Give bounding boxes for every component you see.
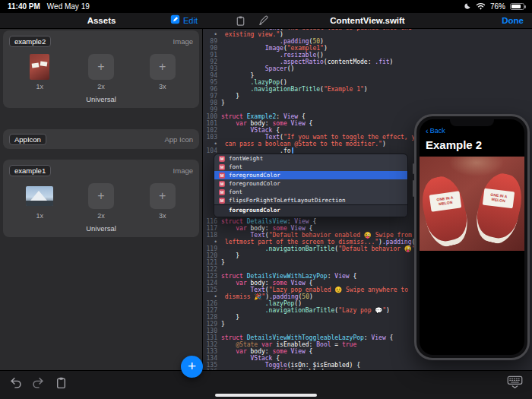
clipboard-icon[interactable] xyxy=(235,15,246,30)
assets-pane: example2Image1x+2x+3xUniversalAppIconApp… xyxy=(0,29,203,370)
line-number: 119 xyxy=(203,245,221,252)
plus-icon: + xyxy=(188,359,196,373)
empty-slot-add[interactable]: + xyxy=(150,54,176,80)
code-line[interactable]: 91 .resizable() xyxy=(203,52,532,59)
autocomplete-item[interactable]: MforegroundColor xyxy=(214,179,407,188)
edit-button[interactable]: Edit xyxy=(170,13,198,28)
asset-name-field[interactable]: AppIcon xyxy=(9,134,46,145)
code-text: VStack { xyxy=(221,355,280,362)
method-icon: M xyxy=(219,164,225,170)
empty-slot-add[interactable]: + xyxy=(88,183,114,209)
empty-slot-add[interactable]: + xyxy=(88,54,114,80)
autocomplete-item[interactable]: MflipsForRightToLeftLayoutDirection xyxy=(214,196,407,204)
autocomplete-item[interactable]: Mfont xyxy=(214,163,407,171)
line-number: 89 xyxy=(203,38,221,45)
asset-slot: +2x xyxy=(71,182,132,220)
status-bar: 11:40 PM Wed May 19 76% xyxy=(0,0,532,13)
sneaker-right xyxy=(471,169,524,247)
asset-card-example1[interactable]: example1Image1x+2x+3xUniversal xyxy=(3,160,199,237)
autocomplete-label: font xyxy=(229,188,242,195)
autocomplete-label: foregroundColor xyxy=(229,180,280,187)
code-text: struct DetailsViewWithLazyPop: View { xyxy=(221,273,356,280)
asset-kind-label: Image xyxy=(173,37,193,46)
live-preview-phone[interactable]: ‹ Back Example 2 ONE IN A MELON ONE IN A… xyxy=(414,114,530,360)
text-cursor xyxy=(292,147,293,154)
paste-icon[interactable] xyxy=(55,376,68,392)
idiom-label: Universal xyxy=(9,95,193,103)
wrap-marker: • xyxy=(203,239,221,245)
code-text: var body: some View { xyxy=(221,280,312,287)
status-date: Wed May 19 xyxy=(47,2,90,11)
add-asset-button[interactable]: + xyxy=(181,356,203,378)
autocomplete-item[interactable]: MforegroundColor xyxy=(214,171,407,179)
asset-name-field[interactable]: example1 xyxy=(9,165,51,176)
line-number: 95 xyxy=(203,79,221,86)
line-number: 126 xyxy=(203,300,221,307)
undo-button[interactable] xyxy=(9,376,22,392)
shoe-tag: ONE IN A MELON xyxy=(483,188,515,209)
code-text: @State var isEnabled: Bool = true xyxy=(221,341,356,348)
line-number: 101 xyxy=(203,120,221,127)
code-line[interactable]: 90 Image("example1") xyxy=(203,45,532,52)
code-line[interactable]: 135 Toggle(isOn: $isEnabled) { xyxy=(203,362,532,369)
asset-kind-label: Image xyxy=(173,166,193,175)
code-text: Toggle(isOn: $isEnabled) { xyxy=(221,362,360,369)
code-line[interactable]: 98} xyxy=(203,100,532,106)
code-text: var body: some View { xyxy=(221,120,312,127)
edit-icon xyxy=(170,14,180,27)
phone-side-button xyxy=(413,180,414,197)
empty-slot-add[interactable]: + xyxy=(150,183,176,209)
autocomplete-item[interactable]: Mfont xyxy=(214,188,407,196)
chevron-left-icon: ‹ xyxy=(426,128,429,134)
back-button[interactable]: ‹ Back xyxy=(426,127,524,135)
code-text: existing view.") xyxy=(221,31,283,38)
asset-card-example2[interactable]: example2Image1x+2x+3xUniversal xyxy=(3,30,199,108)
line-number: 123 xyxy=(203,273,221,280)
file-title: ContentView.swift xyxy=(330,16,404,25)
code-line[interactable]: 94 } xyxy=(203,72,532,79)
asset-name-field[interactable]: example2 xyxy=(9,36,51,47)
done-button[interactable]: Done xyxy=(502,13,524,28)
code-text: .aspectRatio(contentMode: .fit) xyxy=(221,59,393,65)
code-line[interactable]: • existing view.") xyxy=(203,31,532,38)
code-line[interactable]: 93 Spacer() xyxy=(203,65,532,72)
code-line[interactable]: 96 .navigationBarTitle("Example 1") xyxy=(203,86,532,93)
battery-percent: 76% xyxy=(490,2,505,11)
scale-label: 2x xyxy=(97,83,105,90)
code-line[interactable]: 95 .lazyPop() xyxy=(203,79,532,86)
line-number: 91 xyxy=(203,52,221,59)
sneaker-left xyxy=(420,173,473,250)
line-number: 92 xyxy=(203,59,221,65)
code-text: .navigationBarTitle("Default behavior 😜"… xyxy=(221,245,419,252)
code-line[interactable]: 97 } xyxy=(203,93,532,100)
code-text: .resizable() xyxy=(221,52,324,59)
autocomplete-item[interactable]: MfontWeight xyxy=(214,154,407,163)
battery-icon xyxy=(510,3,524,10)
preview-title: Example 2 xyxy=(426,138,518,151)
bottom-toolbar xyxy=(0,370,532,399)
tag-text: ONE IN A MELON xyxy=(486,192,510,204)
code-text: can pass a boolean @State to the modifie… xyxy=(221,141,386,147)
method-icon: M xyxy=(219,198,225,204)
wrap-marker: • xyxy=(203,31,221,38)
autocomplete-label: fontWeight xyxy=(229,155,263,162)
markup-pen-icon[interactable] xyxy=(258,15,269,30)
line-number: 90 xyxy=(203,45,221,52)
asset-thumbnail[interactable] xyxy=(26,186,53,206)
line-number: 100 xyxy=(203,113,221,120)
redo-button[interactable] xyxy=(32,376,45,392)
code-text: } xyxy=(221,321,225,328)
wrap-marker: • xyxy=(203,293,221,300)
home-indicator[interactable] xyxy=(215,394,317,397)
asset-thumbnail[interactable] xyxy=(30,54,49,80)
scale-label: 2x xyxy=(97,212,105,220)
line-number: 99 xyxy=(203,106,221,113)
code-line[interactable]: 92 .aspectRatio(contentMode: .fit) xyxy=(203,59,532,65)
asset-card-appicon[interactable]: AppIconApp Icon xyxy=(3,129,199,149)
code-line[interactable]: 89 .padding(50) xyxy=(203,38,532,45)
autocomplete-detail-label: foregroundColor xyxy=(229,207,280,214)
line-number: 128 xyxy=(203,314,221,321)
dismiss-keyboard-button[interactable] xyxy=(507,375,523,391)
code-line[interactable]: 99 xyxy=(203,106,532,113)
line-number: 125 xyxy=(203,287,221,293)
